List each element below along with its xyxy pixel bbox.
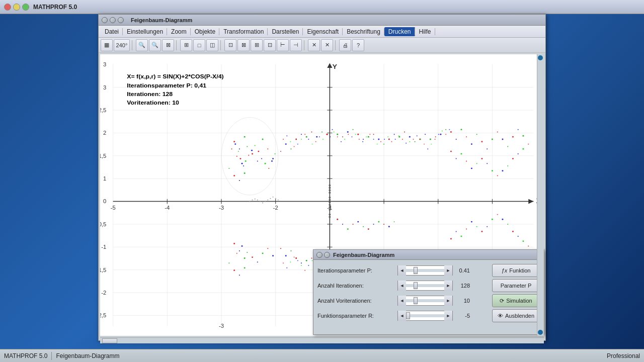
btn-simulation[interactable]: ⟳ Simulation — [492, 294, 540, 307]
cp-track-voriter[interactable] — [406, 299, 444, 302]
min-btn[interactable] — [13, 4, 20, 11]
tb-close1[interactable]: ✕ — [308, 39, 320, 51]
cp-slider-iterp-right[interactable]: ► — [444, 265, 452, 276]
cp-row-voriter: Anzahl Voriterationen: ◄ ► 10 — [317, 294, 488, 307]
cp-slider-voriter-right[interactable]: ► — [444, 296, 452, 306]
svg-text:0: 0 — [103, 199, 106, 205]
cp-close-btn[interactable] — [316, 252, 323, 258]
svg-point-274 — [355, 134, 356, 135]
tb-frame3[interactable]: ◫ — [206, 39, 218, 51]
svg-point-219 — [241, 245, 243, 247]
menu-objekte[interactable]: Objekte — [191, 27, 219, 36]
tb-zoom-in[interactable]: 🔍 — [149, 39, 161, 51]
close-btn[interactable] — [4, 4, 11, 11]
menu-transformation[interactable]: Transformation — [219, 27, 268, 36]
cp-track-iterp[interactable] — [406, 269, 444, 272]
cp-slider-voriter-left[interactable]: ◄ — [398, 296, 406, 306]
cp-track-itern[interactable] — [406, 284, 444, 287]
cp-slider-itern[interactable]: ◄ ► — [397, 281, 453, 291]
svg-point-295 — [431, 144, 432, 145]
svg-point-306 — [301, 265, 302, 266]
svg-point-76 — [234, 143, 236, 145]
svg-point-302 — [286, 267, 287, 268]
tb-col3[interactable]: ⊢ — [277, 39, 289, 51]
menu-zoom[interactable]: Zoom — [167, 27, 191, 36]
cp-thumb-itern[interactable] — [414, 282, 418, 289]
inner-close-btn[interactable] — [102, 17, 108, 23]
tb-grid[interactable]: ▦ — [101, 39, 113, 51]
svg-point-229 — [244, 267, 246, 268]
ausblenden-icon: 👁 — [498, 313, 503, 319]
svg-point-80 — [245, 160, 247, 162]
tb-angle[interactable]: 240° — [114, 39, 130, 51]
tb-help[interactable]: ? — [352, 39, 364, 51]
btn-ausblenden[interactable]: 👁 Ausblenden — [492, 309, 540, 322]
tb-col2[interactable]: ⊡ — [264, 39, 276, 51]
menu-drucken[interactable]: Drucken — [384, 27, 415, 36]
btn-funktion[interactable]: ƒx Funktion — [492, 264, 540, 277]
cp-slider-funktr-left[interactable]: ◄ — [398, 311, 406, 321]
svg-text:-0,5: -0,5 — [100, 221, 106, 227]
svg-point-175 — [471, 167, 472, 169]
menu-einstellungen[interactable]: Einstellungen — [123, 27, 167, 36]
status-edition: Professional — [607, 352, 640, 359]
inner-window-controls[interactable] — [102, 17, 124, 23]
cp-min-btn[interactable] — [324, 252, 330, 258]
svg-point-74 — [244, 172, 246, 174]
inner-window-title: Feigenbaum-Diagramm — [131, 17, 192, 23]
cp-controls[interactable] — [316, 252, 330, 258]
svg-point-218 — [236, 253, 237, 254]
inner-max-btn[interactable] — [118, 17, 124, 23]
cp-slider-iterp[interactable]: ◄ ► — [397, 265, 453, 276]
cp-slider-funktr-right[interactable]: ► — [444, 311, 452, 321]
scroll-thumb[interactable] — [102, 338, 117, 343]
svg-point-283 — [387, 136, 388, 137]
tb-sep1 — [132, 40, 134, 50]
cp-thumb-funktr[interactable] — [406, 312, 410, 319]
scroll-right[interactable] — [537, 54, 544, 336]
tb-grid3[interactable]: ⊠ — [237, 39, 250, 51]
inner-min-btn[interactable] — [110, 17, 116, 23]
menu-darstellen[interactable]: Darstellen — [268, 27, 303, 36]
tb-zoom-reset[interactable]: ⊠ — [162, 39, 174, 51]
svg-point-126 — [388, 139, 390, 140]
tb-col4[interactable]: ⊣ — [290, 39, 302, 51]
scrollbar-horizontal[interactable] — [100, 337, 544, 343]
tb-grid2[interactable]: ⊡ — [224, 39, 236, 51]
cp-thumb-voriter[interactable] — [414, 297, 418, 304]
cp-slider-itern-left[interactable]: ◄ — [398, 281, 406, 291]
tb-frame1[interactable]: ⊞ — [180, 39, 192, 51]
svg-point-133 — [425, 134, 426, 135]
svg-point-135 — [435, 136, 436, 137]
tb-sep4 — [304, 40, 306, 50]
svg-point-108 — [295, 139, 297, 140]
tb-frame2[interactable]: □ — [193, 39, 205, 51]
btn-parameter-p[interactable]: Parameter P — [492, 279, 540, 292]
cp-thumb-iterp[interactable] — [414, 267, 418, 274]
cp-slider-itern-right[interactable]: ► — [444, 281, 452, 291]
tb-print[interactable]: 🖨 — [339, 39, 351, 51]
svg-point-239 — [273, 197, 274, 198]
menu-datei[interactable]: Datei — [101, 27, 123, 36]
cp-slider-funktr[interactable]: ◄ ► — [397, 311, 453, 321]
menu-eigenschaft[interactable]: Eigenschaft — [303, 27, 343, 36]
svg-point-176 — [476, 163, 477, 164]
tb-close2[interactable]: ✕ — [321, 39, 333, 51]
svg-point-273 — [351, 136, 352, 137]
tb-zoom-out[interactable]: 🔍 — [136, 39, 148, 51]
svg-point-116 — [337, 134, 338, 135]
cp-slider-voriter[interactable]: ◄ ► — [397, 296, 453, 306]
menu-beschriftung[interactable]: Beschriftung — [343, 27, 384, 36]
app-window-controls[interactable] — [4, 4, 29, 11]
svg-point-82 — [251, 150, 253, 151]
cp-left-panel: Iterationsparameter P: ◄ ► 0.41 Anzahl I… — [317, 264, 488, 322]
cp-slider-iterp-left[interactable]: ◄ — [398, 265, 406, 276]
cp-track-funktr[interactable] — [406, 314, 444, 317]
svg-point-81 — [248, 155, 249, 156]
svg-text:-5: -5 — [111, 205, 116, 211]
max-btn[interactable] — [22, 4, 29, 11]
svg-point-257 — [294, 146, 295, 147]
svg-point-71 — [228, 168, 229, 169]
tb-col1[interactable]: ⊞ — [251, 39, 263, 51]
menu-hilfe[interactable]: Hilfe — [415, 27, 435, 36]
